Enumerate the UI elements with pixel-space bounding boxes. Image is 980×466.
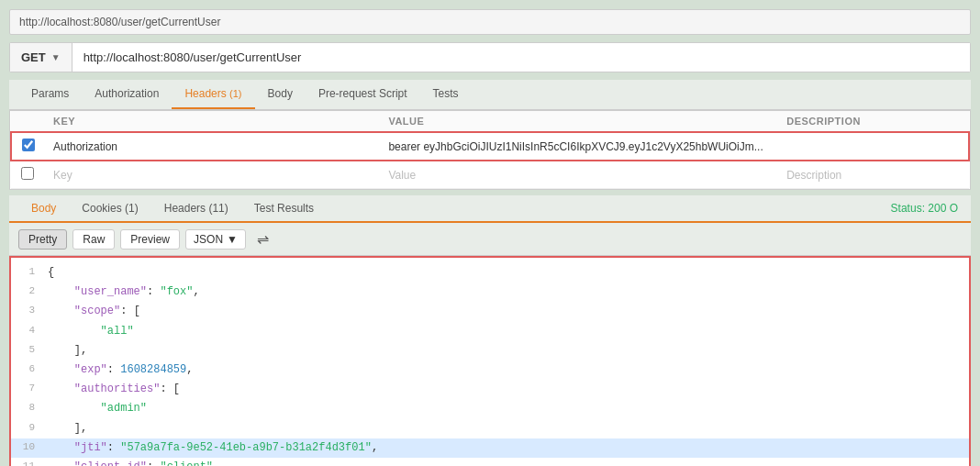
json-line-5: 5 ], — [11, 341, 969, 361]
tab-response-cookies-label: Cookies (1) — [82, 202, 138, 215]
method-select[interactable]: GET ▼ — [10, 43, 72, 72]
tab-authorization[interactable]: Authorization — [82, 80, 172, 109]
line-num: 7 — [11, 381, 44, 398]
tab-prerequest[interactable]: Pre-request Script — [306, 80, 420, 109]
row-checkbox-cell[interactable] — [11, 132, 44, 161]
key-input[interactable] — [53, 140, 370, 153]
line-num: 6 — [11, 361, 44, 379]
headers-table: KEY VALUE DESCRIPTION — [10, 111, 970, 189]
col-key: KEY — [44, 111, 379, 132]
json-line-1: 1 { — [11, 263, 969, 283]
method-label: GET — [21, 50, 46, 64]
tab-tests-label: Tests — [433, 87, 459, 100]
format-chevron-icon: ▼ — [227, 233, 238, 246]
format-dropdown[interactable]: JSON ▼ — [185, 229, 246, 250]
request-row: GET ▼ — [9, 42, 971, 72]
line-content: ], — [44, 420, 969, 438]
tab-headers-label: Headers (1) — [184, 87, 241, 100]
line-num: 8 — [11, 400, 44, 417]
tab-tests[interactable]: Tests — [420, 80, 472, 109]
desc-input[interactable] — [786, 140, 959, 153]
json-line-3: 3 "scope": [ — [11, 302, 969, 321]
line-content: "exp": 1608284859, — [44, 361, 969, 379]
col-description: DESCRIPTION — [777, 111, 969, 132]
line-num: 5 — [11, 342, 44, 360]
line-content: "authorities": [ — [44, 381, 969, 398]
json-line-9: 9 ], — [11, 419, 969, 438]
preview-button[interactable]: Preview — [120, 229, 180, 250]
line-content: "user_name": "fox", — [44, 283, 969, 301]
tab-response-body-label: Body — [31, 202, 56, 215]
tab-response-body[interactable]: Body — [18, 195, 69, 223]
response-section: Body Cookies (1) Headers (11) Test Resul… — [9, 195, 971, 466]
tab-authorization-label: Authorization — [95, 87, 159, 100]
line-content: "scope": [ — [44, 303, 969, 320]
table-row — [11, 132, 969, 161]
pretty-button[interactable]: Pretty — [18, 229, 67, 250]
value-input[interactable] — [388, 140, 768, 153]
value-placeholder: Value — [388, 169, 416, 182]
url-bar: http://localhost:8080/user/getCurrentUse… — [9, 9, 971, 35]
key-cell — [44, 132, 379, 161]
key-placeholder: Key — [53, 169, 72, 182]
json-line-10: 10 "jti": "57a9a7fa-9e52-41eb-a9b7-b31a2… — [11, 438, 969, 458]
tab-response-headers[interactable]: Headers (11) — [151, 195, 241, 223]
value-cell — [379, 132, 777, 161]
row-checkbox[interactable] — [22, 139, 35, 151]
line-num: 2 — [11, 283, 44, 301]
col-value: VALUE — [379, 111, 777, 132]
line-content: "admin" — [44, 400, 969, 417]
desc-placeholder: Description — [786, 169, 841, 182]
tab-response-cookies[interactable]: Cookies (1) — [69, 195, 150, 223]
tab-response-headers-label: Headers (11) — [164, 202, 228, 215]
line-num: 9 — [11, 420, 44, 438]
line-content: "jti": "57a9a7fa-9e52-41eb-a9b7-b31a2f4d… — [44, 439, 969, 457]
tab-headers[interactable]: Headers (1) — [172, 80, 254, 109]
row-checkbox-cell[interactable] — [11, 161, 44, 189]
desc-cell — [777, 132, 969, 161]
tab-prerequest-label: Pre-request Script — [318, 87, 407, 100]
json-line-11: 11 "client_id": "client", — [11, 458, 969, 466]
json-line-8: 8 "admin" — [11, 399, 969, 418]
status-badge: Status: 200 O — [891, 202, 962, 215]
line-content: "all" — [44, 323, 969, 340]
tab-params[interactable]: Params — [18, 80, 82, 109]
response-tabs: Body Cookies (1) Headers (11) Test Resul… — [9, 195, 971, 223]
line-num: 4 — [11, 323, 44, 340]
headers-section: KEY VALUE DESCRIPTION — [9, 110, 971, 190]
line-content: ], — [44, 342, 969, 360]
desc-cell: Description — [777, 161, 969, 189]
row-checkbox[interactable] — [21, 167, 34, 180]
tab-body-label: Body — [268, 87, 293, 100]
tab-body[interactable]: Body — [255, 80, 306, 109]
key-cell: Key — [44, 161, 379, 189]
json-line-7: 7 "authorities": [ — [11, 380, 969, 399]
line-content: { — [44, 264, 969, 282]
wrap-icon[interactable]: ⇌ — [251, 228, 274, 250]
line-num: 10 — [11, 439, 44, 457]
table-row: Key Value Description — [11, 161, 969, 189]
raw-button[interactable]: Raw — [72, 229, 115, 250]
format-bar: Pretty Raw Preview JSON ▼ ⇌ — [9, 223, 971, 256]
tab-test-results-label: Test Results — [254, 202, 314, 215]
json-line-2: 2 "user_name": "fox", — [11, 283, 969, 302]
json-line-4: 4 "all" — [11, 322, 969, 341]
request-tabs: Params Authorization Headers (1) Body Pr… — [9, 80, 971, 110]
line-num: 3 — [11, 303, 44, 320]
line-content: "client_id": "client", — [44, 459, 969, 466]
json-line-6: 6 "exp": 1608284859, — [11, 361, 969, 380]
chevron-down-icon: ▼ — [51, 52, 61, 62]
json-body: 1 { 2 "user_name": "fox", 3 "scope": [ 4… — [9, 256, 971, 466]
url-input[interactable] — [72, 43, 970, 72]
value-cell: Value — [379, 161, 777, 189]
format-label: JSON — [194, 233, 223, 246]
tab-test-results[interactable]: Test Results — [241, 195, 327, 223]
line-num: 1 — [11, 264, 44, 282]
line-num: 11 — [11, 459, 44, 466]
tab-params-label: Params — [31, 87, 69, 100]
col-checkbox — [11, 111, 44, 132]
